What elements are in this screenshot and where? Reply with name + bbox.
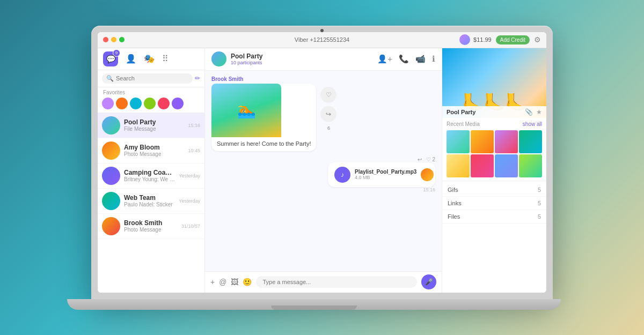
title-bar: Viber +12125551234 $11.99 Add Credit ⚙ xyxy=(98,32,546,48)
chat-item-brook[interactable]: Brook Smith Photo Message 31/10/57 xyxy=(98,214,204,239)
info-icon[interactable]: ℹ xyxy=(432,54,435,64)
media-thumb-6[interactable] xyxy=(471,154,494,177)
search-input-wrap: 🔍 xyxy=(102,73,193,84)
like-count: 6 xyxy=(320,125,336,131)
fav-avatar-5[interactable] xyxy=(158,98,170,109)
window-title: Viber +12125551234 xyxy=(295,36,349,43)
chat-info-pool-party: Pool Party File Message xyxy=(124,118,184,132)
chat-header-avatar xyxy=(211,51,226,66)
file-time: 15:16 xyxy=(423,187,435,192)
voice-call-icon[interactable]: 📞 xyxy=(399,54,409,64)
input-bar: + @ 🖼 🙂 🎤 xyxy=(205,271,442,293)
chat-avatar-web-team xyxy=(102,192,120,210)
chat-header-info: Pool Party 10 participants xyxy=(231,53,373,65)
laptop-container: Viber +12125551234 $11.99 Add Credit ⚙ xyxy=(83,26,561,310)
media-thumb-2[interactable] xyxy=(471,130,494,153)
chat-header-name: Pool Party xyxy=(231,53,373,60)
app-content: 9 👤 🎭 ⠿ 🔍 ✏ xyxy=(98,48,546,293)
chat-item-amy[interactable]: Amy Bloom Photo Message 10:45 xyxy=(98,138,204,163)
recent-media-label: Recent Media xyxy=(447,121,480,127)
fav-avatar-1[interactable] xyxy=(102,98,114,109)
media-thumb-4[interactable] xyxy=(519,130,542,153)
fav-avatar-4[interactable] xyxy=(144,98,156,109)
msg-sender-brook: Brook Smith xyxy=(211,76,316,82)
chat-header-participants: 10 participants xyxy=(231,60,373,65)
title-right-area: $11.99 Add Credit ⚙ xyxy=(459,34,541,45)
attachment-icon[interactable]: 📎 xyxy=(525,108,533,116)
sticker-icon[interactable]: 🙂 xyxy=(243,278,252,286)
star-icon[interactable]: ★ xyxy=(536,108,542,116)
more-icon[interactable]: ⠿ xyxy=(162,54,169,64)
msg-content-brook: 🏊 Summer is here! Come to the Party! xyxy=(211,84,316,151)
settings-icon[interactable]: ⚙ xyxy=(534,35,541,44)
chat-name-amy: Amy Bloom xyxy=(124,144,184,151)
group-cover-image: 🦶🦶🦶 Pool Party 📎 ★ xyxy=(442,48,546,118)
media-thumb-7[interactable] xyxy=(495,154,518,177)
media-thumb-5[interactable] xyxy=(447,154,470,177)
balance-display: $11.99 xyxy=(473,36,492,43)
fav-avatar-2[interactable] xyxy=(116,98,128,109)
recent-media-section: Recent Media show all xyxy=(442,118,546,181)
close-button[interactable] xyxy=(103,37,108,42)
contacts-icon[interactable]: 👤 xyxy=(126,54,136,64)
chat-info-web-team: Web Team Paulo Nadel: Sticker xyxy=(124,194,175,207)
add-icon[interactable]: + xyxy=(210,278,215,286)
at-icon[interactable]: @ xyxy=(219,278,226,286)
reply-btn[interactable]: ↩ xyxy=(418,157,422,162)
add-credit-button[interactable]: Add Credit xyxy=(496,35,530,44)
add-member-icon[interactable]: 👤+ xyxy=(377,54,392,64)
chat-item-pool-party[interactable]: Pool Party File Message 15:16 xyxy=(98,113,204,138)
react-btn[interactable]: ♡ 2 xyxy=(426,157,435,162)
favorites-row xyxy=(98,96,204,113)
compose-icon[interactable]: ✏ xyxy=(195,75,200,82)
fav-avatar-6[interactable] xyxy=(172,98,184,109)
laptop-base xyxy=(67,299,561,310)
image-icon[interactable]: 🖼 xyxy=(231,278,238,286)
media-thumb-1[interactable] xyxy=(447,130,470,153)
media-thumb-3[interactable] xyxy=(495,130,518,153)
chat-preview-camping: Britney Young: We are near the entrance!… xyxy=(124,176,175,182)
chat-avatar-brook xyxy=(102,217,120,235)
search-input[interactable] xyxy=(116,75,188,81)
chat-preview-web-team: Paulo Nadel: Sticker xyxy=(124,202,175,207)
chat-time-amy: 10:45 xyxy=(188,148,200,153)
favorites-label: Favorites xyxy=(98,87,204,96)
stat-value-gifs: 5 xyxy=(538,187,541,193)
chat-item-camping[interactable]: Camping Coachella Britney Young: We are … xyxy=(98,163,204,189)
fav-avatar-3[interactable] xyxy=(130,98,142,109)
search-icon: 🔍 xyxy=(106,75,114,82)
like-button[interactable]: ♡ xyxy=(320,87,336,103)
microphone-button[interactable]: 🎤 xyxy=(421,274,436,289)
file-message-wrap: ↩ ♡ 2 ♪ Playlist_Pool_Party.mp3 4.0 MB xyxy=(328,155,435,192)
chat-preview-pool-party: File Message xyxy=(124,126,184,132)
chat-panel: Pool Party 10 participants 👤+ 📞 📹 ℹ xyxy=(205,48,442,293)
chat-item-web-team[interactable]: Web Team Paulo Nadel: Sticker Yesterday xyxy=(98,189,204,214)
stat-value-links: 5 xyxy=(538,200,541,206)
msg-text-brook: Summer is here! Come to the Party! xyxy=(217,140,311,147)
media-thumb-8[interactable] xyxy=(519,154,542,177)
group-actions: 📎 ★ xyxy=(525,108,542,116)
maximize-button[interactable] xyxy=(119,37,125,42)
video-call-icon[interactable]: 📹 xyxy=(415,54,426,64)
chat-info-amy: Amy Bloom Photo Message xyxy=(124,144,184,157)
stat-row-gifs: Gifs 5 xyxy=(442,183,546,197)
chat-preview-brook: Photo Message xyxy=(124,227,178,233)
explore-icon[interactable]: 🎭 xyxy=(144,54,155,64)
chat-name-pool-party: Pool Party xyxy=(124,118,184,126)
stats-section: Gifs 5 Links 5 Files 5 xyxy=(442,181,546,226)
msg-image-display: 🏊 xyxy=(211,84,281,137)
sidebar-nav: 9 👤 🎭 ⠿ xyxy=(98,48,204,70)
file-name: Playlist_Pool_Party.mp3 xyxy=(355,169,416,175)
message-brook-image: Brook Smith 🏊 Summer is here! Come to th… xyxy=(211,76,316,151)
stat-label-gifs: Gifs xyxy=(448,187,458,193)
share-button[interactable]: ↪ xyxy=(320,106,336,122)
chat-name-web-team: Web Team xyxy=(124,194,175,202)
chat-list: Pool Party File Message 15:16 Amy Bloom xyxy=(98,113,204,293)
minimize-button[interactable] xyxy=(111,37,116,42)
chat-preview-amy: Photo Message xyxy=(124,151,184,157)
reactions-row: ↩ ♡ 2 xyxy=(418,157,435,162)
show-all-link[interactable]: show all xyxy=(523,121,542,127)
chat-avatar-camping xyxy=(102,167,120,185)
file-sender-avatar xyxy=(421,168,434,181)
message-input[interactable] xyxy=(256,276,417,288)
